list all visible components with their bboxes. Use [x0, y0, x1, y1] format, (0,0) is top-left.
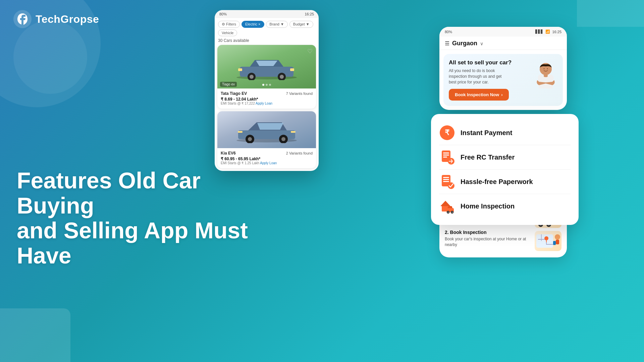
car-name-1: Tata Tiago EV: [221, 91, 247, 96]
book-inspection-button[interactable]: Book Inspection Now ›: [449, 89, 509, 101]
car-name-2: Kia EV6: [221, 151, 236, 156]
wifi-icon: 📶: [545, 29, 550, 34]
svg-rect-30: [443, 179, 449, 180]
location-label: Gurgaon: [452, 40, 477, 47]
svg-point-12: [248, 137, 252, 141]
apply-loan-link-2[interactable]: Apply Loan: [260, 161, 277, 165]
svg-point-20: [547, 68, 548, 69]
home-car-icon-wrap: [439, 198, 455, 214]
phone-right-status-bar: 80% ▋▋▋ 📶 16:25: [439, 27, 567, 37]
svg-point-0: [13, 10, 32, 28]
sell-banner-title: All set to sell your car?: [449, 59, 512, 66]
sell-car-banner: All set to sell your car? All you need t…: [443, 54, 563, 106]
filter-chips-row: ⚙ Filters Electric × Brand ▼ Budget ▼ Ve…: [215, 18, 319, 38]
svg-point-14: [281, 137, 285, 141]
filter-chip-brand[interactable]: Brand ▼: [266, 21, 288, 28]
car-image-1: ♡: [217, 45, 316, 88]
person-illustration: [527, 62, 557, 102]
favorite-icon[interactable]: ♡: [307, 48, 313, 55]
car-price-1: ₹ 8.69 - 12.04 Lakh*: [221, 97, 313, 102]
car-image-dots: [262, 84, 271, 86]
step-2-row: 2. Book Inspection Book your car's inspe…: [445, 230, 561, 252]
bg-rect-top-right: [577, 0, 644, 27]
paperwork-icon-wrap: [439, 174, 455, 190]
headline-line2: and Selling App Must Have: [17, 218, 248, 268]
cars-available-count: 30 Cars available: [215, 38, 319, 45]
car-info-1: Tata Tiago EV 7 Variants found ₹ 8.69 - …: [217, 88, 316, 109]
step-2-desc: Book your car's inspection at your Home …: [445, 236, 535, 248]
rc-transfer-icon-wrap: [439, 149, 455, 165]
svg-rect-8: [238, 68, 242, 71]
time-right: 16:25: [552, 30, 561, 34]
svg-rect-15: [291, 131, 296, 133]
svg-point-38: [451, 212, 453, 213]
svg-point-19: [544, 68, 545, 69]
logo-area: TechGropse: [13, 10, 99, 28]
sell-banner-desc: All you need to do is book inspection th…: [449, 68, 509, 85]
feature-row-payment: ₹ Instant Payment: [439, 121, 571, 145]
phone-left-status-bar: 80% 16:25: [215, 10, 319, 18]
home-car-icon: [439, 198, 455, 214]
svg-point-52: [555, 234, 560, 240]
svg-rect-24: [443, 153, 449, 154]
apply-loan-link-1[interactable]: Apply Loan: [256, 102, 272, 105]
signal-icon: ▋▋▋: [535, 29, 543, 34]
phone-right: 80% ▋▋▋ 📶 16:25 ☰ Gurgaon ∨ All set to s…: [439, 27, 567, 110]
feature-row-home-inspection: Home Inspection: [439, 194, 571, 218]
step-2-illustration: [535, 231, 561, 251]
filter-chip-vehicle[interactable]: Vehicle: [218, 29, 237, 36]
kia-ev6-car-svg: [233, 116, 300, 143]
time-display: 16:25: [305, 12, 314, 16]
car-card-2[interactable]: Kia EV6 2 Variants found ₹ 60.95 - 65.95…: [217, 111, 316, 168]
svg-rect-29: [443, 177, 449, 178]
main-headline: Features Old Car Buying and Selling App …: [17, 168, 252, 268]
chevron-down-icon[interactable]: ∨: [480, 41, 483, 46]
tiago-ev-car-svg: [233, 53, 300, 80]
svg-rect-54: [553, 241, 556, 245]
techgropse-logo-icon: [13, 10, 32, 28]
bg-circle-small: [13, 20, 87, 94]
svg-point-51: [544, 236, 548, 240]
hamburger-menu-icon[interactable]: ☰: [445, 40, 449, 47]
home-inspection-label: Home Inspection: [461, 202, 515, 210]
battery-indicator: 80%: [219, 12, 227, 16]
bg-rect-bottom: [0, 308, 70, 362]
car-price-2: ₹ 60.95 - 65.95 Lakh*: [221, 157, 313, 161]
car-image-2: [217, 111, 316, 148]
features-panel: ₹ Instant Payment Free RC Transfer: [431, 114, 579, 225]
svg-rect-7: [290, 68, 294, 71]
step-2-title: 2. Book Inspection: [445, 230, 535, 235]
instant-payment-icon-wrap: ₹: [439, 125, 455, 141]
paperwork-icon: [439, 174, 455, 190]
svg-rect-18: [544, 74, 548, 77]
battery-right: 80%: [445, 30, 452, 34]
car-emi-2: EMI Starts @ ₹ 1.25 Lakh Apply Loan: [221, 161, 313, 165]
feature-row-paperwork: Hassle-free Paperwork: [439, 170, 571, 194]
arrow-right-icon: ›: [501, 92, 502, 97]
phone-right-nav: ☰ Gurgaon ∨: [439, 37, 567, 50]
svg-rect-53: [556, 240, 559, 244]
rc-transfer-label: Free RC Transfer: [461, 154, 515, 161]
filter-chip-electric[interactable]: Electric ×: [241, 21, 264, 28]
svg-point-6: [280, 75, 284, 79]
filter-chip-budget[interactable]: Budget ▼: [289, 21, 313, 28]
paperwork-label: Hassle-free Paperwork: [461, 178, 533, 186]
car-variants-2: 2 Variants found: [286, 151, 313, 155]
svg-rect-50: [536, 234, 553, 248]
svg-rect-31: [443, 181, 449, 182]
car-image-label-1: Tiago ev: [220, 82, 237, 87]
brand-name: TechGropse: [36, 13, 99, 25]
instant-payment-label: Instant Payment: [461, 129, 512, 137]
svg-text:₹: ₹: [445, 128, 450, 137]
book-inspection-label: Book Inspection Now: [455, 92, 499, 97]
svg-rect-16: [238, 131, 243, 133]
svg-rect-25: [443, 155, 449, 156]
phone-left: 80% 16:25 ⚙ Filters Electric × Brand ▼ B…: [215, 10, 319, 171]
car-info-2: Kia EV6 2 Variants found ₹ 60.95 - 65.95…: [217, 148, 316, 168]
document-transfer-icon: [439, 149, 455, 165]
svg-rect-26: [443, 157, 447, 158]
filter-chip-filters[interactable]: ⚙ Filters: [218, 21, 240, 28]
car-card-1[interactable]: ♡: [217, 45, 316, 109]
rupee-circle-icon: ₹: [439, 125, 455, 141]
svg-point-36: [447, 212, 449, 213]
